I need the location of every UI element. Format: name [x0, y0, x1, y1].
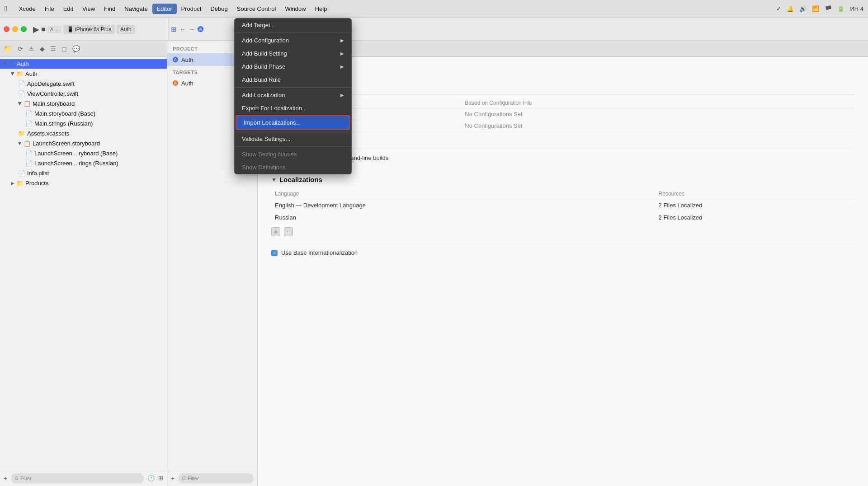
dropdown-export-localization[interactable]: Export For Localization...: [235, 102, 351, 115]
device-selector[interactable]: 📱 iPhone 6s Plus: [63, 25, 115, 34]
tree-item-launchscreen-base[interactable]: 📄 LaunchScreen....ryboard (Base): [0, 148, 167, 158]
tree-item-main-storyboard-base[interactable]: 📄 Main.storyboard (Base): [0, 108, 167, 118]
menubar-edit[interactable]: Edit: [59, 4, 78, 14]
russian-loc-row: Russian 2 Files Localized: [271, 211, 854, 224]
menubar-find[interactable]: Find: [99, 4, 120, 14]
source-nav-icon[interactable]: ⟳: [18, 45, 23, 52]
menubar-navigate[interactable]: Navigate: [120, 4, 152, 14]
apple-menu[interactable]: : [5, 5, 7, 13]
localizations-header: ▼ Localizations: [271, 176, 854, 183]
dropdown-divider-2: [235, 87, 351, 88]
panel-auth-target-icon: 🅐: [173, 80, 179, 87]
minimize-button[interactable]: [12, 26, 18, 32]
tree-item-launchscreen[interactable]: ▶ 📋 LaunchScreen.storyboard: [0, 138, 167, 148]
main-storyboard-base-label: Main.storyboard (Base): [34, 110, 95, 117]
export-localization-label: Export For Localization...: [242, 105, 307, 112]
configurations-table: Based on Configuration File ▶ Debug No C…: [271, 98, 854, 132]
remove-localization-button[interactable]: −: [284, 227, 293, 236]
add-target-button[interactable]: +: [171, 475, 175, 482]
tree-item-launchscreen-russian[interactable]: 📄 LaunchScreen....rings (Russian): [0, 158, 167, 168]
resources-column-header: Resources: [655, 189, 854, 199]
menubar-debug[interactable]: Debug: [206, 4, 232, 14]
menubar-view[interactable]: View: [78, 4, 99, 14]
tree-item-assets[interactable]: 📁 Assets.xcassets: [0, 128, 167, 138]
flag-icon: 🏴: [825, 5, 832, 12]
release-config-row[interactable]: ▶ Release No Configurations Set: [271, 120, 854, 132]
panel-auth-project-icon: 🅐: [173, 56, 179, 63]
dropdown-show-definitions: Show Definitions: [235, 161, 351, 174]
tree-item-appdelegate[interactable]: 📄 AppDelegate.swift: [0, 79, 167, 89]
report-nav-icon[interactable]: ◻: [61, 45, 67, 52]
localizations-title: Localizations: [279, 176, 322, 183]
filter-options-icon[interactable]: ⊞: [158, 475, 163, 481]
triangle-auth-folder: ▶: [10, 72, 15, 75]
menubar-editor[interactable]: Editor: [152, 4, 177, 14]
dropdown-validate-settings[interactable]: Validate Settings...: [235, 132, 351, 145]
folder-nav-icon[interactable]: 📁: [4, 45, 12, 53]
validate-settings-label: Validate Settings...: [242, 136, 290, 142]
test-nav-icon[interactable]: ☰: [50, 45, 56, 52]
debug-nav-icon[interactable]: 💬: [72, 45, 80, 52]
strings-russian-icon: 📄: [25, 120, 33, 127]
battery-icon: 🔋: [837, 5, 844, 12]
warning-nav-icon[interactable]: ⚠: [28, 45, 34, 52]
dropdown-add-target[interactable]: Add Target...: [235, 19, 351, 32]
dropdown-add-configuration[interactable]: Add Configuration ▶: [235, 34, 351, 47]
panel-filter: ⊙ Filter: [178, 473, 254, 483]
stop-button[interactable]: ■: [41, 25, 46, 33]
filter-box: ⊙ Filter: [11, 473, 144, 483]
tree-item-viewcontroller[interactable]: 📄 ViewController.swift: [0, 89, 167, 98]
dropdown-add-build-setting[interactable]: Add Build Setting ▶: [235, 47, 351, 60]
add-localization-button[interactable]: +: [271, 227, 280, 236]
menubar-product[interactable]: Product: [177, 4, 206, 14]
status-checkmark: ✓: [776, 5, 781, 12]
add-localization-label: Add Localization: [242, 92, 285, 98]
scheme-selector[interactable]: Auth: [117, 25, 135, 34]
tree-item-main-storyboard[interactable]: ▶ 📋 Main.storyboard: [0, 98, 167, 108]
use-config-row: Use Release ⌃⌄ for command-line builds: [271, 148, 854, 167]
dropdown-divider-3: [235, 131, 351, 131]
products-label: Products: [25, 180, 48, 187]
triangle-main-storyboard: ▶: [18, 102, 23, 105]
debug-config-row[interactable]: ▶ Debug No Configurations Set: [271, 108, 854, 120]
dropdown-add-build-rule[interactable]: Add Build Rule: [235, 73, 351, 86]
dropdown-show-setting-names: Show Setting Names: [235, 148, 351, 161]
run-button[interactable]: ▶: [33, 24, 39, 34]
english-lang: English — Development Language: [271, 199, 655, 212]
dropdown-import-localizations[interactable]: Import Localizations...: [236, 115, 350, 130]
back-icon[interactable]: ←: [179, 26, 186, 33]
tree-item-auth-root[interactable]: ▶ 🅐 Auth: [0, 59, 167, 69]
tree-item-info-plist[interactable]: 📄 Info.plist: [0, 168, 167, 178]
breakpoint-nav-icon[interactable]: ◆: [40, 45, 45, 52]
clock-icon[interactable]: 🕐: [147, 475, 155, 481]
plist-icon: 📄: [18, 170, 25, 177]
volume-icon: 🔊: [799, 5, 807, 12]
add-file-button[interactable]: +: [4, 475, 7, 482]
grid-icon[interactable]: ⊞: [171, 25, 177, 33]
dropdown-add-build-phase[interactable]: Add Build Phase ▶: [235, 60, 351, 73]
menubar-window[interactable]: Window: [280, 4, 310, 14]
base-internationalization-checkbox[interactable]: ✓: [271, 250, 278, 256]
dropdown-divider-1: [235, 33, 351, 33]
triangle-products: ▶: [11, 181, 14, 186]
folder-icon: 📁: [16, 70, 24, 77]
menubar-xcode[interactable]: Xcode: [14, 4, 40, 14]
tree-item-main-strings-russian[interactable]: 📄 Main.strings (Russian): [0, 118, 167, 128]
launchscreen-base-label: LaunchScreen....ryboard (Base): [34, 150, 118, 157]
tree-item-auth-folder[interactable]: ▶ 📁 Auth: [0, 69, 167, 79]
close-button[interactable]: [4, 26, 9, 32]
dropdown-add-localization[interactable]: Add Localization ▶: [235, 89, 351, 102]
forward-icon[interactable]: →: [189, 26, 195, 33]
menubar-file[interactable]: File: [40, 4, 59, 14]
tree-item-products[interactable]: ▶ 📁 Products: [0, 178, 167, 188]
add-target-label: Add Target...: [242, 22, 275, 28]
english-resources: 2 Files Localized: [655, 199, 854, 212]
triangle-auth-root: ▶: [3, 62, 8, 65]
menubar-help[interactable]: Help: [311, 4, 332, 14]
auth-root-label: Auth: [17, 61, 29, 67]
auth-folder-label: Auth: [25, 70, 38, 77]
menubar-source-control[interactable]: Source Control: [232, 4, 281, 14]
assets-label: Assets.xcassets: [27, 130, 69, 137]
maximize-button[interactable]: [21, 26, 27, 32]
file-tree: ▶ 🅐 Auth ▶ 📁 Auth 📄 AppDelegate.swift 📄 …: [0, 57, 167, 470]
